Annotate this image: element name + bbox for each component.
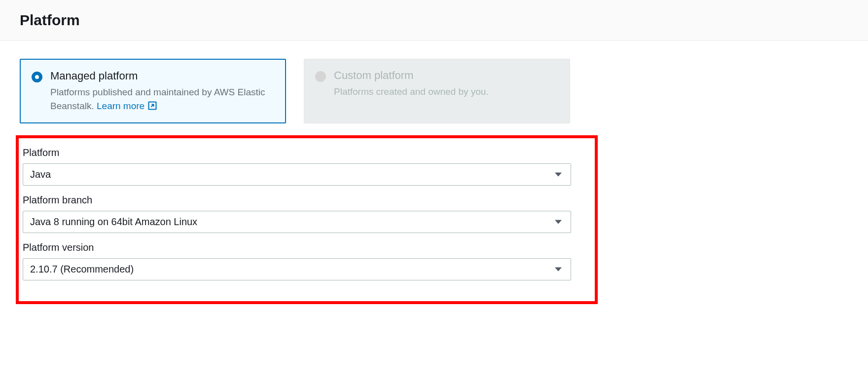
page-title: Platform [20,12,848,29]
platform-version-field-group: Platform version 2.10.7 (Recommended) [19,242,595,280]
platform-select[interactable]: Java [23,163,571,186]
custom-platform-desc: Platforms created and owned by you. [334,85,559,99]
managed-platform-radio[interactable] [32,72,42,82]
platform-type-tiles: Managed platform Platforms published and… [20,59,848,123]
custom-platform-body: Custom platform Platforms created and ow… [334,69,559,99]
managed-platform-body: Managed platform Platforms published and… [50,70,274,113]
platform-select-value: Java [30,169,51,180]
platform-field-group: Platform Java [19,147,595,186]
managed-platform-tile[interactable]: Managed platform Platforms published and… [20,59,286,123]
highlighted-form-area: Platform Java Platform branch Java 8 run… [16,135,598,304]
custom-platform-title: Custom platform [334,69,559,82]
external-link-icon [147,101,157,111]
platform-version-select-value: 2.10.7 (Recommended) [30,264,134,275]
managed-platform-desc-text: Platforms published and maintained by AW… [50,87,265,111]
learn-more-label: Learn more [97,99,145,113]
managed-platform-title: Managed platform [50,70,274,82]
platform-label: Platform [23,147,591,158]
platform-branch-select[interactable]: Java 8 running on 64bit Amazon Linux [23,211,571,233]
platform-version-label: Platform version [23,242,591,253]
content-area: Managed platform Platforms published and… [0,41,868,322]
platform-version-select[interactable]: 2.10.7 (Recommended) [23,258,571,280]
custom-platform-radio [315,71,326,82]
managed-platform-desc: Platforms published and maintained by AW… [50,85,274,113]
learn-more-link[interactable]: Learn more [97,99,157,113]
platform-branch-field-group: Platform branch Java 8 running on 64bit … [19,195,595,233]
platform-select-wrap: Java [23,163,571,186]
platform-branch-select-wrap: Java 8 running on 64bit Amazon Linux [23,211,571,233]
platform-branch-select-value: Java 8 running on 64bit Amazon Linux [30,216,197,228]
platform-branch-label: Platform branch [23,195,591,206]
custom-platform-tile: Custom platform Platforms created and ow… [304,59,570,123]
page-header: Platform [0,0,868,41]
platform-version-select-wrap: 2.10.7 (Recommended) [23,258,571,280]
